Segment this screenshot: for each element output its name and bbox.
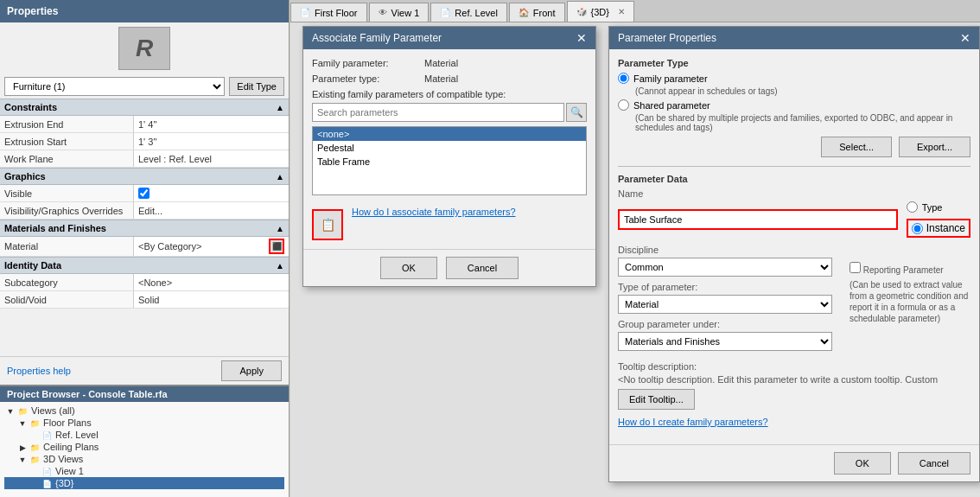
project-browser: Project Browser - Console Table.rfa ▼📁 V… bbox=[0, 385, 289, 497]
instance-radio-highlight: Instance bbox=[907, 219, 970, 238]
materials-section-header[interactable]: Materials and Finishes ▲ bbox=[0, 220, 289, 237]
identity-arrow: ▲ bbox=[276, 261, 284, 271]
tab-first-floor[interactable]: 📄 First Floor bbox=[290, 3, 367, 22]
constraints-arrow: ▲ bbox=[276, 103, 284, 112]
pp-discipline-label: Discipline bbox=[618, 245, 832, 255]
tree-floor-plans[interactable]: ▼📁 Floor Plans bbox=[4, 417, 284, 429]
afp-search-input[interactable] bbox=[312, 103, 564, 122]
afp-dialog: Associate Family Parameter ✕ Family para… bbox=[302, 26, 596, 287]
front-icon: 🏠 bbox=[519, 8, 529, 17]
instance-radio[interactable] bbox=[912, 223, 923, 234]
furniture-selector[interactable]: Furniture (1) bbox=[4, 77, 225, 96]
tab-bar: 📄 First Floor 👁 View 1 📄 Ref. Level 🏠 Fr… bbox=[290, 0, 980, 22]
pp-type-radio-row: Type bbox=[907, 201, 970, 213]
pp-export-button[interactable]: Export... bbox=[899, 137, 970, 157]
afp-footer: OK Cancel bbox=[303, 249, 595, 286]
pp-shared-param-radio-row: Shared parameter bbox=[618, 99, 970, 111]
shared-param-label: Shared parameter bbox=[633, 100, 710, 111]
pp-type-of-param-label: Type of parameter: bbox=[618, 282, 832, 292]
type-radio[interactable] bbox=[907, 201, 918, 213]
tab-3d[interactable]: 🎲 {3D} ✕ bbox=[567, 1, 634, 22]
tab-view1[interactable]: 👁 View 1 bbox=[369, 3, 430, 22]
afp-ok-button[interactable]: OK bbox=[380, 257, 437, 279]
pp-select-button[interactable]: Select... bbox=[821, 137, 892, 157]
tree-views-all[interactable]: ▼📁 Views (all) bbox=[4, 405, 284, 417]
tree-ref-level[interactable]: 📄 Ref. Level bbox=[4, 429, 284, 441]
family-param-radio[interactable] bbox=[618, 73, 629, 84]
pp-name-input[interactable] bbox=[618, 209, 898, 230]
pp-right-note: Reporting Parameter (Can be used to extr… bbox=[850, 262, 970, 324]
tab-ref-level[interactable]: 📄 Ref. Level bbox=[430, 3, 507, 22]
pp-dialog: Parameter Properties ✕ Parameter Type Fa… bbox=[608, 26, 980, 482]
graphics-arrow: ▲ bbox=[276, 172, 284, 182]
family-param-label: Family parameter bbox=[633, 73, 708, 84]
apply-button[interactable]: Apply bbox=[221, 360, 282, 381]
pp-ok-button[interactable]: OK bbox=[834, 452, 891, 475]
pp-select-export-row: Select... Export... bbox=[618, 137, 970, 157]
properties-bottom-bar: Properties help Apply bbox=[0, 356, 289, 385]
param-pedestal[interactable]: Pedestal bbox=[313, 141, 586, 155]
afp-existing-label: Existing family parameters of compatible… bbox=[312, 89, 587, 99]
pp-param-data-section: Parameter Data bbox=[618, 174, 970, 184]
afp-cancel-button[interactable]: Cancel bbox=[446, 257, 519, 279]
visible-row: Visible bbox=[0, 185, 289, 202]
new-param-button[interactable]: 📋 bbox=[312, 209, 343, 240]
afp-title: Associate Family Parameter ✕ bbox=[303, 27, 595, 49]
param-none[interactable]: <none> bbox=[313, 127, 586, 141]
pp-discipline-select[interactable]: Common bbox=[618, 258, 832, 277]
afp-close-button[interactable]: ✕ bbox=[576, 31, 587, 45]
prop-selector-row: Furniture (1) Edit Type bbox=[0, 74, 289, 99]
pp-cancel-button[interactable]: Cancel bbox=[898, 452, 970, 475]
tree-3d-selected[interactable]: 📄 {3D} bbox=[4, 477, 284, 489]
solid-void-row: Solid/Void Solid bbox=[0, 291, 289, 309]
properties-panel: Properties R Furniture (1) Edit Type Con… bbox=[0, 0, 290, 497]
browser-title: Project Browser - Console Table.rfa bbox=[0, 386, 289, 402]
properties-title: Properties bbox=[0, 0, 289, 22]
afp-search-row: 🔍 bbox=[312, 103, 587, 122]
graphics-section-header[interactable]: Graphics ▲ bbox=[0, 168, 289, 185]
tree-ceiling-plans[interactable]: ▶📁 Ceiling Plans bbox=[4, 441, 284, 453]
constraints-section-header[interactable]: Constraints ▲ bbox=[0, 99, 289, 116]
pp-type-of-param-select[interactable]: Material bbox=[618, 295, 832, 314]
materials-arrow: ▲ bbox=[276, 224, 284, 233]
tree-view1[interactable]: 📄 View 1 bbox=[4, 465, 284, 477]
pp-body: Parameter Type Family parameter (Cannot … bbox=[609, 49, 979, 444]
pp-footer: OK Cancel bbox=[609, 444, 979, 481]
subcategory-row: Subcategory <None> bbox=[0, 274, 289, 291]
tab-front[interactable]: 🏠 Front bbox=[509, 3, 565, 22]
identity-section-header[interactable]: Identity Data ▲ bbox=[0, 257, 289, 274]
pp-tooltip-label: Tooltip description: bbox=[618, 361, 970, 372]
afp-body: Family parameter: Material Parameter typ… bbox=[303, 49, 595, 249]
afp-family-param-row: Family parameter: Material bbox=[312, 58, 587, 68]
tree-3d-views[interactable]: ▼📁 3D Views bbox=[4, 453, 284, 465]
pp-edit-tooltip-button[interactable]: Edit Tooltip... bbox=[618, 389, 695, 410]
pp-group-select[interactable]: Materials and Finishes bbox=[618, 332, 832, 351]
visible-checkbox[interactable] bbox=[138, 188, 150, 199]
afp-search-button[interactable]: 🔍 bbox=[566, 103, 587, 122]
pp-how-link[interactable]: How do I create family parameters? bbox=[618, 417, 970, 427]
view1-icon: 👁 bbox=[379, 8, 387, 17]
material-edit-button[interactable]: ⬛ bbox=[269, 239, 284, 254]
first-floor-icon: 📄 bbox=[300, 8, 310, 17]
afp-how-link[interactable]: How do I associate family parameters? bbox=[352, 207, 587, 217]
material-row: Material <By Category> ⬛ bbox=[0, 237, 289, 257]
tab-3d-close[interactable]: ✕ bbox=[618, 7, 625, 16]
vg-overrides-row: Visibility/Graphics Overrides Edit... bbox=[0, 202, 289, 220]
shared-param-radio[interactable] bbox=[618, 99, 629, 111]
reporting-param-checkbox[interactable] bbox=[850, 262, 861, 273]
work-plane-row: Work Plane Level : Ref. Level bbox=[0, 150, 289, 168]
pp-close-button[interactable]: ✕ bbox=[960, 31, 970, 45]
family-param-note: (Cannot appear in schedules or tags) bbox=[635, 86, 970, 96]
param-table-frame[interactable]: Table Frame bbox=[313, 155, 586, 169]
extrusion-start-row: Extrusion Start 1' 3" bbox=[0, 133, 289, 150]
properties-help-link[interactable]: Properties help bbox=[7, 366, 71, 376]
afp-param-list[interactable]: <none> Pedestal Table Frame bbox=[312, 126, 587, 195]
shared-param-note: (Can be shared by multiple projects and … bbox=[635, 113, 970, 132]
ref-level-icon: 📄 bbox=[440, 8, 450, 17]
revit-logo: R bbox=[118, 27, 170, 70]
pp-tooltip-desc: <No tooltip description. Edit this param… bbox=[618, 374, 970, 385]
extrusion-end-row: Extrusion End 1' 4" bbox=[0, 116, 289, 133]
pp-family-param-radio-row: Family parameter bbox=[618, 73, 970, 84]
3d-icon: 🎲 bbox=[576, 7, 587, 16]
edit-type-button[interactable]: Edit Type bbox=[229, 77, 284, 96]
